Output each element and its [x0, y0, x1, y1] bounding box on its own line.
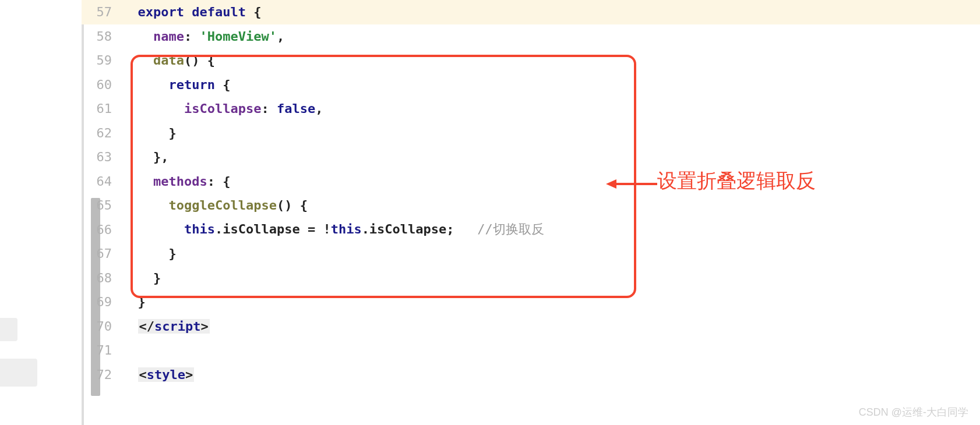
- code-content: export default {: [122, 5, 980, 19]
- code-line[interactable]: 62 }: [82, 121, 980, 146]
- line-number: 57: [82, 5, 122, 19]
- line-number: 71: [82, 343, 122, 357]
- code-line[interactable]: 70 </script>: [82, 314, 980, 339]
- code-line[interactable]: 60 return {: [82, 73, 980, 97]
- code-content: name: 'HomeView',: [122, 29, 980, 44]
- code-line[interactable]: 65 toggleCollapse() {: [82, 193, 980, 218]
- line-number: 70: [82, 319, 122, 334]
- line-number: 59: [82, 53, 122, 68]
- line-number: 58: [82, 29, 122, 44]
- code-content: </script>: [122, 319, 980, 334]
- code-line[interactable]: 57 export default {: [82, 0, 980, 24]
- code-line[interactable]: 72 <style>: [82, 363, 980, 387]
- left-margin-stub: [0, 359, 37, 387]
- line-number: 66: [82, 222, 122, 237]
- code-line[interactable]: 59 data() {: [82, 48, 980, 73]
- watermark: CSDN @运维-大白同学: [859, 405, 968, 419]
- line-number: 60: [82, 77, 122, 92]
- code-line[interactable]: 64 methods: {: [82, 169, 980, 194]
- code-line[interactable]: 67 }: [82, 242, 980, 266]
- code-line[interactable]: 58 name: 'HomeView',: [82, 24, 980, 49]
- code-line[interactable]: 63 },: [82, 145, 980, 169]
- line-number: 64: [82, 174, 122, 189]
- line-number: 63: [82, 150, 122, 164]
- line-number: 68: [82, 271, 122, 285]
- code-line[interactable]: 61 isCollapse: false,: [82, 97, 980, 121]
- code-content: return {: [122, 77, 980, 92]
- code-content: this.isCollapse = !this.isCollapse; //切换…: [122, 221, 980, 238]
- code-content: toggleCollapse() {: [122, 198, 980, 212]
- code-content: <style>: [122, 367, 980, 382]
- annotation-text: 设置折叠逻辑取反: [657, 168, 816, 194]
- code-content: }: [122, 271, 980, 285]
- code-content: }: [122, 246, 980, 261]
- code-content: }: [122, 295, 980, 309]
- line-number: 61: [82, 101, 122, 116]
- line-number: 65: [82, 198, 122, 212]
- code-line[interactable]: 68 }: [82, 266, 980, 291]
- line-number: 69: [82, 295, 122, 309]
- code-editor[interactable]: 57 export default { 58 name: 'HomeView',…: [82, 0, 980, 425]
- code-content: },: [122, 150, 980, 164]
- left-margin: [0, 0, 82, 425]
- code-line[interactable]: 69 }: [82, 290, 980, 314]
- code-line[interactable]: 71: [82, 338, 980, 363]
- code-content: data() {: [122, 53, 980, 68]
- code-content: }: [122, 126, 980, 140]
- code-content: isCollapse: false,: [122, 101, 980, 116]
- line-number: 72: [82, 367, 122, 382]
- code-content: methods: {: [122, 174, 980, 189]
- left-margin-stub: [0, 318, 17, 341]
- line-number: 67: [82, 246, 122, 261]
- code-line[interactable]: 66 this.isCollapse = !this.isCollapse; /…: [82, 218, 980, 242]
- line-number: 62: [82, 126, 122, 140]
